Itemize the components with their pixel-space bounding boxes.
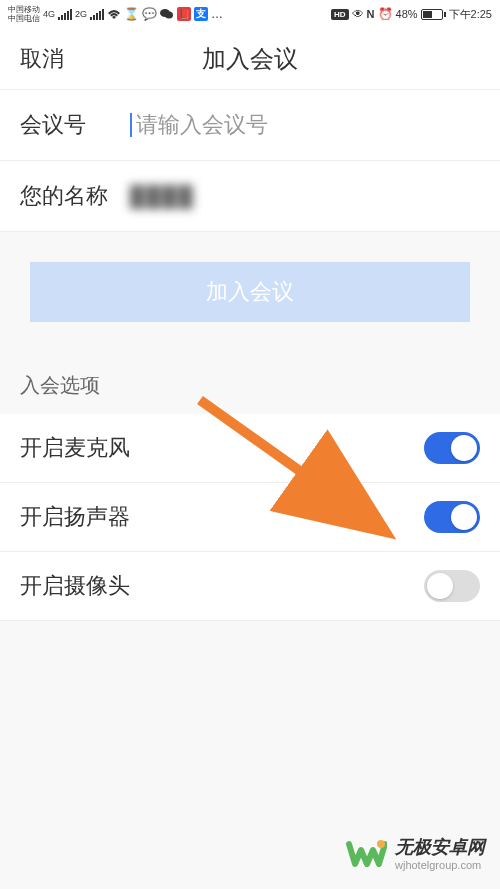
speaker-toggle[interactable] [424,501,480,533]
eye-icon: 👁 [352,7,364,21]
speaker-option-row: 开启扬声器 [0,483,500,552]
battery-percent: 48% [396,8,418,20]
alipay-icon: 支 [194,7,208,21]
carrier-1: 中国移动 [8,5,40,14]
wechat-icon [160,8,174,20]
camera-label: 开启摄像头 [20,571,130,601]
name-label: 您的名称 [20,181,130,211]
meeting-id-input[interactable]: 请输入会议号 [130,110,480,140]
speaker-label: 开启扬声器 [20,502,130,532]
watermark-text: 无极安卓网 wjhotelgroup.com [395,835,485,871]
join-meeting-button[interactable]: 加入会议 [30,262,470,322]
chat-icon: 💬 [142,7,157,21]
nav-header: 取消 加入会议 [0,28,500,90]
app-icon-red: 📕 [177,7,191,21]
meeting-id-row[interactable]: 会议号 请输入会议号 [0,90,500,161]
camera-toggle[interactable] [424,570,480,602]
watermark: 无极安卓网 wjhotelgroup.com [345,832,485,874]
carrier-labels: 中国移动 中国电信 [8,5,40,23]
alarm-icon: ⏰ [378,7,393,21]
network-4g: 4G [43,9,55,19]
watermark-title: 无极安卓网 [395,835,485,859]
watermark-url: wjhotelgroup.com [395,859,485,871]
carrier-2: 中国电信 [8,14,40,23]
button-container: 加入会议 [0,232,500,352]
meeting-id-label: 会议号 [20,110,130,140]
cancel-button[interactable]: 取消 [20,44,64,74]
form-section: 会议号 请输入会议号 您的名称 ████ [0,90,500,232]
more-dots: … [211,7,223,21]
battery-icon [421,9,446,20]
options-section: 开启麦克风 开启扬声器 开启摄像头 [0,414,500,621]
options-section-title: 入会选项 [0,352,500,414]
name-row[interactable]: 您的名称 ████ [0,161,500,232]
signal-bars-icon-2 [90,8,104,20]
mic-option-row: 开启麦克风 [0,414,500,483]
svg-point-1 [165,12,173,19]
status-right: HD 👁 N ⏰ 48% 下午2:25 [331,7,492,22]
text-cursor [130,113,132,137]
camera-option-row: 开启摄像头 [0,552,500,621]
time-label: 下午2:25 [449,7,492,22]
svg-point-4 [377,840,385,848]
status-left: 中国移动 中国电信 4G 2G ⌛ 💬 📕 支 … [8,5,223,23]
signal-bars-icon [58,8,72,20]
page-title: 加入会议 [20,43,480,75]
wifi-icon [107,9,121,20]
network-2g: 2G [75,9,87,19]
hd-icon: HD [331,9,349,20]
name-value[interactable]: ████ [130,185,195,208]
mic-toggle[interactable] [424,432,480,464]
mic-label: 开启麦克风 [20,433,130,463]
meeting-id-placeholder: 请输入会议号 [136,110,268,140]
hourglass-icon: ⌛ [124,7,139,21]
watermark-logo-icon [345,832,387,874]
nfc-icon: N [367,8,375,20]
status-bar: 中国移动 中国电信 4G 2G ⌛ 💬 📕 支 … HD 👁 N ⏰ 48% [0,0,500,28]
